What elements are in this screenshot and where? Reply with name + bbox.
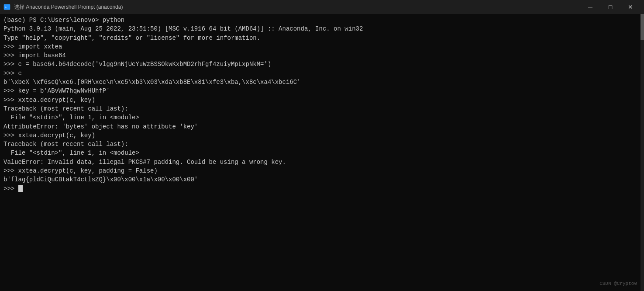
terminal-line: Python 3.9.13 (main, Aug 25 2022, 23:51:…: [3, 24, 641, 33]
terminal-line: >>> c = base64.b64decode('vlgg9nNjUcYuWz…: [3, 60, 641, 69]
title-bar-left: >_ 选择 Anaconda Powershell Prompt (anacon…: [3, 3, 123, 11]
terminal-line: Traceback (most recent call last):: [3, 140, 641, 149]
scrollbar-thumb[interactable]: [641, 14, 644, 40]
terminal-line: >>> xxtea.decrypt(c, key): [3, 96, 641, 104]
terminal-line: (base) PS C:\Users\lenovo> python: [3, 16, 641, 24]
window: >_ 选择 Anaconda Powershell Prompt (anacon…: [0, 0, 644, 291]
title-bar-controls: ─ □ ✕: [580, 0, 641, 14]
terminal-line: ValueError: Invalid data, illegal PKCS#7…: [3, 158, 641, 166]
watermark: CSDN @Crypto0: [599, 281, 637, 288]
terminal-line: File "<stdin>", line 1, in <module>: [3, 113, 641, 122]
terminal-line: >>> xxtea.decrypt(c, key): [3, 131, 641, 140]
terminal-line: b'flag{pldCiQuCBtakT4ctlsZQ}\x00\x00\x1a…: [3, 175, 641, 184]
terminal-line: b'\xbeX \xf6scQ\xc6.[0RH\xec\n\xc5\xb3\x…: [3, 78, 641, 87]
terminal-lines: (base) PS C:\Users\lenovo> pythonPython …: [3, 16, 641, 193]
terminal-line: >>> key = b'ABvWW7hqwNvHUhfP': [3, 87, 641, 95]
svg-text:>_: >_: [5, 6, 9, 9]
terminal-content[interactable]: (base) PS C:\Users\lenovo> pythonPython …: [0, 14, 644, 291]
terminal-line: Traceback (most recent call last):: [3, 104, 641, 113]
maximize-button[interactable]: □: [600, 0, 620, 14]
terminal-line: >>> import xxtea: [3, 42, 641, 51]
terminal-line: >>>: [3, 184, 641, 193]
terminal-icon: >_: [3, 3, 10, 10]
cursor: [18, 185, 23, 192]
title-bar: >_ 选择 Anaconda Powershell Prompt (anacon…: [0, 0, 644, 14]
minimize-button[interactable]: ─: [580, 0, 600, 14]
terminal-line: >>> c: [3, 69, 641, 78]
terminal-line: >>> import base64: [3, 51, 641, 60]
close-button[interactable]: ✕: [620, 0, 641, 14]
terminal-line: File "<stdin>", line 1, in <module>: [3, 149, 641, 157]
terminal-line: AttributeError: 'bytes' object has no at…: [3, 122, 641, 131]
terminal-line: >>> xxtea.decrypt(c, key, padding = Fals…: [3, 166, 641, 175]
window-title: 选择 Anaconda Powershell Prompt (anaconda): [14, 3, 123, 11]
terminal-line: Type "help", "copyright", "credits" or "…: [3, 34, 641, 42]
scrollbar[interactable]: [641, 14, 644, 291]
